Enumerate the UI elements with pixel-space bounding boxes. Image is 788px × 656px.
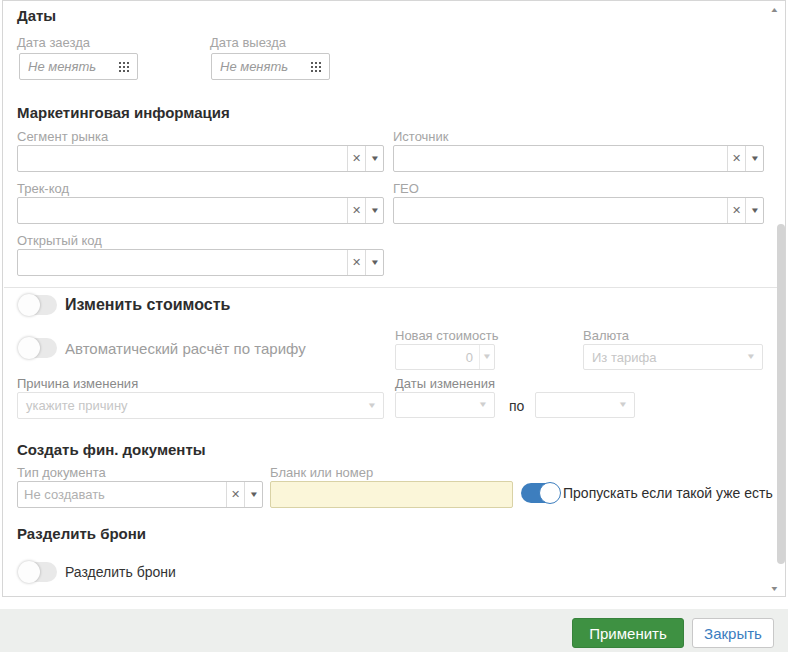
chevron-down-icon: ▼: [248, 491, 258, 499]
segment-combobox[interactable]: ✕ ▼: [17, 145, 384, 172]
dropdown-button[interactable]: ▼: [365, 198, 383, 223]
split-bookings-label: Разделить брони: [65, 564, 176, 580]
skip-existing-toggle[interactable]: [521, 483, 559, 503]
segment-input[interactable]: [18, 146, 347, 171]
clear-icon: ✕: [352, 153, 361, 164]
open-code-combobox[interactable]: ✕ ▼: [17, 249, 384, 276]
checkout-input[interactable]: [212, 59, 311, 74]
apply-button[interactable]: Применить: [572, 618, 684, 648]
clear-icon: ✕: [231, 489, 240, 500]
change-date-from-select: ▼: [395, 392, 495, 418]
toggle-knob: [539, 482, 561, 504]
section-title-findocs: Создать фин. документы: [17, 441, 206, 458]
reason-select: укажите причину ▼: [17, 392, 384, 419]
clear-icon: ✕: [732, 153, 741, 164]
section-divider: [4, 287, 784, 288]
doc-type-combobox[interactable]: ✕ ▼: [17, 481, 263, 508]
clear-button[interactable]: ✕: [727, 146, 745, 171]
toggle-knob: [18, 294, 40, 316]
checkout-label: Дата выезда: [210, 35, 286, 50]
scrollbar-thumb[interactable]: [777, 224, 785, 564]
toggle-knob: [18, 337, 40, 359]
geo-label: ГЕО: [393, 181, 419, 196]
clear-button[interactable]: ✕: [347, 198, 365, 223]
change-cost-toggle[interactable]: [19, 295, 57, 315]
chevron-down-icon: ▼: [367, 402, 377, 410]
close-button[interactable]: Закрыть: [692, 618, 774, 648]
chevron-down-icon: ▼: [746, 353, 756, 361]
reason-label: Причина изменения: [17, 376, 138, 391]
checkin-datebox[interactable]: [19, 53, 138, 80]
clear-icon: ✕: [352, 257, 361, 268]
split-bookings-toggle[interactable]: [19, 562, 57, 582]
blank-numberfield[interactable]: [270, 481, 513, 508]
scroll-up-icon[interactable]: ▲: [770, 6, 780, 13]
currency-value: Из тарифа: [584, 350, 747, 365]
change-dates-label: Даты изменения: [395, 376, 495, 391]
currency-select: Из тарифа ▼: [583, 344, 763, 370]
section-title-marketing: Маркетинговая информация: [17, 104, 230, 121]
section-title-dates: Даты: [17, 7, 56, 24]
bulk-edit-panel: Даты Дата заезда Дата выезда Маркетингов…: [2, 0, 786, 597]
change-cost-label: Изменить стоимость: [65, 296, 230, 314]
chevron-down-icon: ▼: [749, 155, 759, 163]
doc-type-label: Тип документа: [17, 465, 106, 480]
doc-type-input[interactable]: [18, 482, 226, 507]
source-combobox[interactable]: ✕ ▼: [393, 145, 764, 172]
track-combobox[interactable]: ✕ ▼: [17, 197, 384, 224]
track-label: Трек-код: [17, 181, 69, 196]
dropdown-button[interactable]: ▼: [365, 250, 383, 275]
source-input[interactable]: [394, 146, 727, 171]
to-label: по: [509, 398, 524, 414]
auto-calc-label: Автоматический расчёт по тарифу: [65, 340, 306, 357]
section-title-split: Разделить брони: [17, 525, 146, 542]
chevron-down-icon: ▼: [618, 401, 628, 409]
checkout-datebox[interactable]: [211, 53, 330, 80]
toggle-knob: [18, 561, 40, 583]
new-cost-value: 0: [396, 345, 479, 369]
new-cost-numberbox: 0 ▼: [395, 344, 495, 370]
dropdown-button[interactable]: ▼: [244, 482, 262, 507]
auto-calc-toggle[interactable]: [19, 338, 57, 358]
clear-button[interactable]: ✕: [727, 198, 745, 223]
clear-button[interactable]: ✕: [226, 482, 244, 507]
reason-placeholder: укажите причину: [18, 398, 368, 413]
chevron-down-icon: ▼: [369, 207, 379, 215]
new-cost-label: Новая стоимость: [395, 328, 498, 343]
clear-button[interactable]: ✕: [347, 250, 365, 275]
scroll-down-icon[interactable]: ▼: [770, 585, 780, 592]
chevron-down-icon: ▼: [369, 259, 379, 267]
clear-button[interactable]: ✕: [347, 146, 365, 171]
open-code-input[interactable]: [18, 250, 347, 275]
spinner-button: ▼: [479, 345, 494, 369]
change-date-to-select: ▼: [535, 392, 635, 418]
clear-icon: ✕: [732, 205, 741, 216]
chevron-down-icon: ▼: [478, 401, 488, 409]
blank-input[interactable]: [271, 482, 512, 507]
dropdown-button[interactable]: ▼: [365, 146, 383, 171]
calendar-icon[interactable]: [119, 62, 129, 72]
blank-label: Бланк или номер: [270, 465, 373, 480]
source-label: Источник: [393, 129, 449, 144]
currency-label: Валюта: [583, 328, 629, 343]
dropdown-button[interactable]: ▼: [745, 198, 763, 223]
checkin-label: Дата заезда: [17, 35, 90, 50]
checkin-input[interactable]: [20, 59, 119, 74]
calendar-icon[interactable]: [311, 62, 321, 72]
open-code-label: Открытый код: [17, 233, 102, 248]
chevron-down-icon: ▼: [749, 207, 759, 215]
chevron-down-icon: ▼: [482, 353, 492, 361]
dropdown-button[interactable]: ▼: [745, 146, 763, 171]
geo-input[interactable]: [394, 198, 727, 223]
clear-icon: ✕: [352, 205, 361, 216]
skip-existing-label: Пропускать если такой уже есть: [563, 485, 773, 501]
segment-label: Сегмент рынка: [17, 129, 108, 144]
geo-combobox[interactable]: ✕ ▼: [393, 197, 764, 224]
track-input[interactable]: [18, 198, 347, 223]
chevron-down-icon: ▼: [369, 155, 379, 163]
